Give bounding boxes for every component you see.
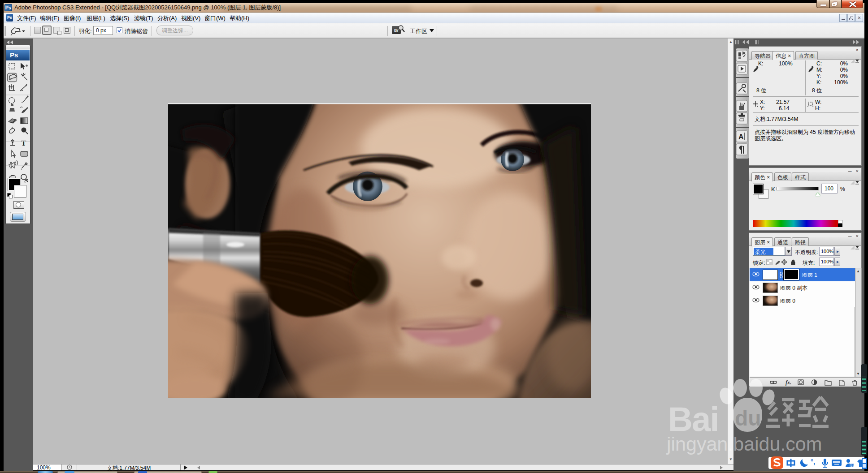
svg-text:du: du bbox=[735, 406, 761, 430]
svg-text:Bai: Bai bbox=[668, 400, 718, 438]
svg-text:A: A bbox=[738, 133, 744, 141]
svg-text:31: 31 bbox=[851, 464, 855, 467]
svg-text:T: T bbox=[21, 139, 26, 147]
svg-text:jingyan.baidu.com: jingyan.baidu.com bbox=[666, 433, 822, 455]
